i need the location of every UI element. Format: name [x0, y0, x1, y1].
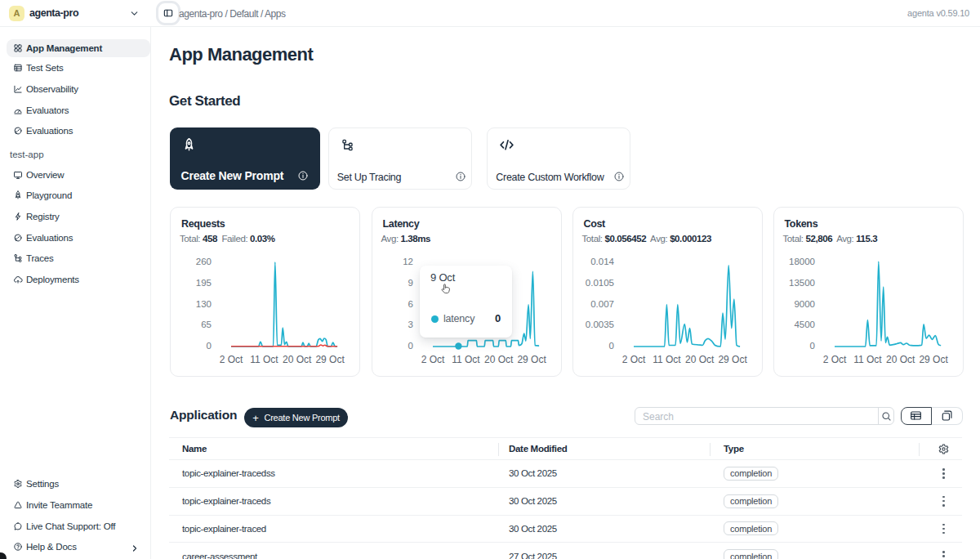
svg-text:18000: 18000 — [789, 257, 815, 266]
svg-text:11 Oct: 11 Oct — [653, 354, 681, 365]
svg-text:29 Oct: 29 Oct — [315, 354, 345, 365]
svg-text:2 Oct: 2 Oct — [421, 354, 444, 365]
svg-text:2 Oct: 2 Oct — [621, 354, 645, 365]
svg-text:3: 3 — [408, 320, 412, 329]
svg-text:0.007: 0.007 — [590, 298, 614, 308]
svg-text:195: 195 — [196, 277, 212, 287]
svg-text:20 Oct: 20 Oct — [484, 354, 514, 365]
svg-text:11 Oct: 11 Oct — [250, 354, 278, 365]
svg-text:20 Oct: 20 Oct — [283, 354, 312, 365]
svg-text:9: 9 — [408, 277, 412, 287]
svg-text:130: 130 — [196, 298, 212, 308]
svg-text:0: 0 — [608, 341, 613, 351]
svg-text:0.014: 0.014 — [590, 257, 614, 266]
svg-text:11 Oct: 11 Oct — [452, 354, 480, 365]
svg-text:20 Oct: 20 Oct — [685, 354, 715, 365]
svg-text:260: 260 — [196, 257, 212, 266]
svg-text:4500: 4500 — [794, 320, 815, 329]
svg-text:11 Oct: 11 Oct — [853, 354, 882, 365]
svg-text:6: 6 — [408, 298, 412, 308]
svg-text:0: 0 — [207, 341, 212, 351]
svg-text:0: 0 — [809, 341, 814, 351]
svg-text:13500: 13500 — [789, 277, 815, 287]
svg-text:29 Oct: 29 Oct — [517, 354, 546, 365]
svg-text:20 Oct: 20 Oct — [886, 354, 915, 365]
svg-text:2 Oct: 2 Oct — [822, 354, 846, 365]
svg-text:0.0105: 0.0105 — [585, 277, 613, 287]
svg-text:65: 65 — [201, 320, 212, 329]
svg-text:29 Oct: 29 Oct — [718, 354, 747, 365]
svg-text:9000: 9000 — [794, 298, 815, 308]
svg-text:12: 12 — [403, 257, 413, 266]
svg-text:0: 0 — [408, 341, 412, 351]
svg-text:0.0035: 0.0035 — [585, 320, 613, 329]
svg-text:2 Oct: 2 Oct — [220, 354, 243, 365]
svg-text:29 Oct: 29 Oct — [919, 354, 948, 365]
